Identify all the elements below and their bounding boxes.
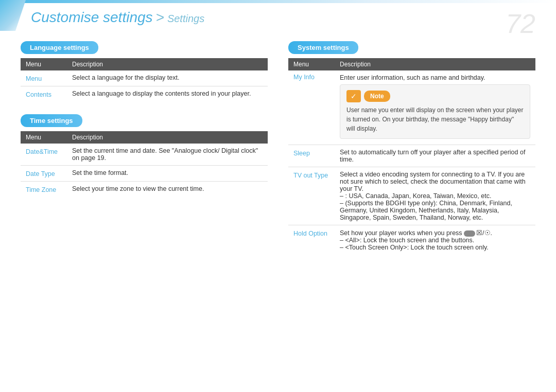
sys-col2-header: Description xyxy=(335,58,535,70)
description-cell: Set how your player works when you press… xyxy=(335,225,535,255)
language-section-header: Language settings xyxy=(21,41,98,54)
left-column: Language settings Menu Description Menu … xyxy=(21,41,268,267)
time-col1-header: Menu xyxy=(21,131,67,144)
description-text: Enter user information, such as name and… xyxy=(340,74,530,81)
table-row: Time Zone Select your time zone to view … xyxy=(21,182,268,198)
description-cell: Set the current time and date. See "Anal… xyxy=(67,144,268,166)
menu-label: Date&Time xyxy=(21,144,67,166)
menu-label: Menu xyxy=(21,70,67,86)
table-row: Menu Select a language for the display t… xyxy=(21,70,268,86)
header-bar xyxy=(0,0,556,3)
description-cell: Enter user information, such as name and… xyxy=(335,70,535,145)
description-cell: Select a language for the display text. xyxy=(67,70,268,86)
sys-col1-header: Menu xyxy=(288,58,335,70)
menu-label: TV out Type xyxy=(288,167,335,225)
right-column: System settings Menu Description My Info… xyxy=(288,41,535,267)
table-row: Contents Select a language to display th… xyxy=(21,86,268,102)
menu-label: Contents xyxy=(21,86,67,102)
description-cell: Set to automatically turn off your playe… xyxy=(335,145,535,167)
menu-label: My Info xyxy=(288,70,335,145)
system-table: Menu Description My Info Enter user info… xyxy=(288,58,535,255)
title-main: Customise settings xyxy=(31,9,153,26)
table-row: Sleep Set to automatically turn off your… xyxy=(288,145,535,167)
description-cell: Set the time format. xyxy=(67,166,268,182)
time-section-header: Time settings xyxy=(21,114,82,127)
title-sub: Settings xyxy=(167,13,204,25)
system-section: System settings Menu Description My Info… xyxy=(288,41,535,255)
main-content: Language settings Menu Description Menu … xyxy=(0,31,556,277)
lang-col2-header: Description xyxy=(67,58,268,70)
time-section: Time settings Menu Description Date&Time… xyxy=(21,114,268,197)
hold-icon xyxy=(464,230,475,237)
table-row: My Info Enter user information, such as … xyxy=(288,70,535,145)
title-separator: > xyxy=(156,9,164,26)
header: Customise settings > Settings 72 xyxy=(0,0,556,31)
note-box: ✓ Note User name you enter will display … xyxy=(340,84,530,139)
note-text: User name you enter will display on the … xyxy=(346,105,524,133)
menu-label: Hold Option xyxy=(288,225,335,255)
note-header: ✓ Note xyxy=(346,90,524,102)
system-section-header: System settings xyxy=(288,41,358,54)
language-table: Menu Description Menu Select a language … xyxy=(21,58,268,102)
description-cell: Select a language to display the content… xyxy=(67,86,268,102)
time-table: Menu Description Date&Time Set the curre… xyxy=(21,131,268,197)
lang-col1-header: Menu xyxy=(21,58,67,70)
menu-label: Sleep xyxy=(288,145,335,167)
table-row: Hold Option Set how your player works wh… xyxy=(288,225,535,255)
page-number: 72 xyxy=(506,10,535,37)
description-cell: Select your time zone to view the curren… xyxy=(67,182,268,198)
table-row: Date&Time Set the current time and date.… xyxy=(21,144,268,166)
table-row: TV out Type Select a video encoding syst… xyxy=(288,167,535,225)
time-col2-header: Description xyxy=(67,131,268,144)
language-section: Language settings Menu Description Menu … xyxy=(21,41,268,102)
menu-label: Time Zone xyxy=(21,182,67,198)
note-icon: ✓ xyxy=(346,90,361,102)
description-cell: Select a video encoding system for conne… xyxy=(335,167,535,225)
table-row: Date Type Set the time format. xyxy=(21,166,268,182)
title-container: Customise settings > Settings xyxy=(21,9,535,26)
note-label: Note xyxy=(364,91,390,102)
menu-label: Date Type xyxy=(21,166,67,182)
